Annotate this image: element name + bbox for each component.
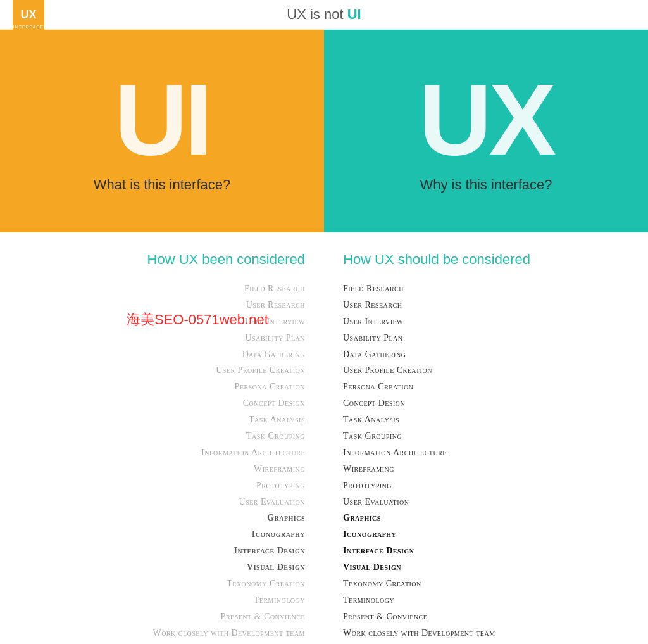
- right-list: Field ResearchUser ResearchUser Intervie…: [324, 281, 610, 644]
- list-item: Field Research: [244, 281, 305, 297]
- logo-sub-text: INTERFACE: [13, 25, 44, 29]
- header: UX INTERFACE UX is not UI: [0, 0, 648, 30]
- list-item: Wireframing: [343, 461, 394, 477]
- hero-ui-sub: What is this interface?: [94, 177, 230, 193]
- hero-ux-panel: UX Why is this interface?: [324, 30, 648, 232]
- list-item: Task Grouping: [246, 428, 305, 445]
- list-item: Persona Creation: [235, 379, 305, 395]
- list-item: Reviews: [343, 641, 375, 644]
- list-item: Information Architecture: [201, 445, 305, 461]
- list-item: User Interview: [343, 313, 403, 330]
- list-item: Usability Plan: [246, 330, 306, 346]
- list-item: Present & Convience: [343, 609, 427, 625]
- list-item: Interface Design: [343, 543, 414, 559]
- logo-box: UX INTERFACE: [13, 0, 44, 30]
- list-item: User Profile Creation: [216, 362, 305, 379]
- list-item: User Evaluation: [343, 494, 409, 510]
- hero-ui-big: UI: [115, 69, 209, 170]
- list-item: Concept Design: [343, 395, 405, 412]
- left-list: Field ResearchUser ResearchUser Intervie…: [38, 281, 324, 644]
- list-item: Work closely with Development team: [343, 625, 495, 641]
- list-item: User Research: [343, 297, 402, 313]
- list-item: User Research: [246, 297, 305, 313]
- list-item: User Profile Creation: [343, 362, 432, 379]
- list-item: Graphics: [343, 510, 381, 526]
- hero-ux-big: UX: [419, 69, 553, 170]
- list-item: Wireframing: [254, 461, 305, 477]
- list-item: Task Analysis: [249, 412, 305, 428]
- header-ui-text: UI: [347, 6, 361, 22]
- list-item: Usability Plan: [343, 330, 403, 346]
- list-item: Prototyping: [256, 477, 305, 494]
- logo-ux-text: UX: [20, 8, 36, 22]
- list-container: Field ResearchUser ResearchUser Intervie…: [38, 281, 610, 644]
- section-headers: How UX been considered How UX should be …: [38, 251, 610, 268]
- hero-ui-panel: UI What is this interface?: [0, 30, 324, 232]
- list-item: Terminology: [254, 592, 305, 609]
- list-item: Terminology: [343, 592, 394, 609]
- list-item: Visual Design: [247, 559, 305, 576]
- list-item: Work closely with Development team: [153, 625, 305, 641]
- content-section: How UX been considered How UX should be …: [0, 232, 648, 644]
- hero-section: UI What is this interface? UX Why is thi…: [0, 30, 648, 232]
- list-item: Texonomy Creation: [343, 576, 421, 592]
- list-item: Iconography: [252, 526, 305, 543]
- list-item: User Interview: [245, 313, 305, 330]
- right-section-header: How UX should be considered: [324, 251, 610, 268]
- list-item: Task Analysis: [343, 412, 399, 428]
- list-item: Present & Convience: [221, 609, 305, 625]
- list-item: Data Gathering: [242, 346, 305, 363]
- list-item: Information Architecture: [343, 445, 447, 461]
- list-item: Interface Design: [234, 543, 305, 559]
- list-item: Concept Design: [243, 395, 305, 412]
- header-title-part1: UX is not: [287, 6, 347, 22]
- list-item: Data Gathering: [343, 346, 406, 363]
- list-item: Field Research: [343, 281, 404, 297]
- list-item: Reviews: [273, 641, 305, 644]
- logo: UX INTERFACE: [13, 0, 44, 30]
- list-item: Task Grouping: [343, 428, 402, 445]
- list-item: Prototyping: [343, 477, 392, 494]
- list-item: Graphics: [267, 510, 305, 526]
- list-item: Visual Design: [343, 559, 401, 576]
- header-title: UX is not UI: [287, 6, 361, 23]
- hero-ux-sub: Why is this interface?: [420, 177, 552, 193]
- list-item: Persona Creation: [343, 379, 413, 395]
- left-section-header: How UX been considered: [38, 251, 324, 268]
- list-item: User Evaluation: [239, 494, 305, 510]
- list-item: Iconography: [343, 526, 396, 543]
- list-item: Texonomy Creation: [227, 576, 305, 592]
